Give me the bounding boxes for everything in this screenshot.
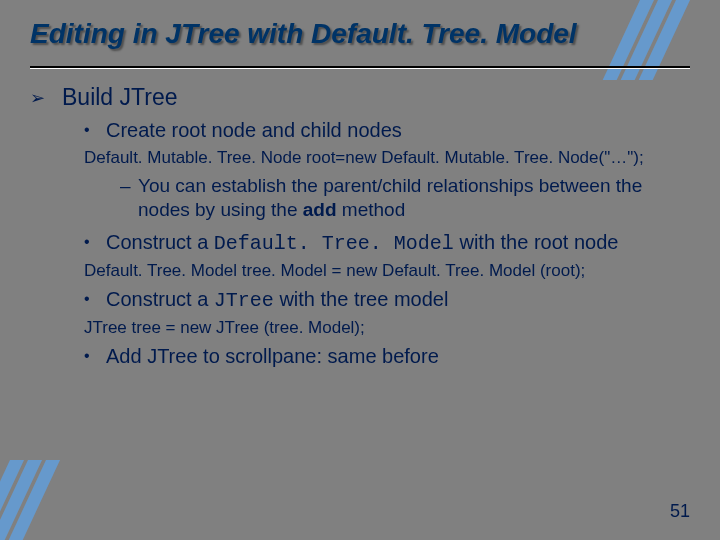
triangle-bullet-icon: ➢ [30,84,62,112]
dot-bullet-icon: • [84,230,106,254]
dot-bullet-icon: • [84,287,106,311]
bullet-text: Build JTree [62,84,690,111]
code-line: JTree tree = new JTree (tree. Model); [84,317,690,338]
bullet-text: You can establish the parent/child relat… [138,174,660,222]
slide-title: Editing in JTree with Default. Tree. Mod… [30,18,690,50]
title-divider [30,66,690,69]
bullet-level2: • Add JTree to scrollpane: same before [84,344,690,369]
code-line: Default. Tree. Model tree. Model = new D… [84,260,690,281]
dash-bullet-icon: – [120,174,138,198]
text-fragment: Construct a [106,288,214,310]
inline-code: JTree [214,289,274,312]
bullet-level3: – You can establish the parent/child rel… [120,174,660,222]
text-fragment: with the tree model [274,288,449,310]
text-fragment: with the root node [454,231,619,253]
bullet-text: Add JTree to scrollpane: same before [106,344,690,369]
dot-bullet-icon: • [84,118,106,142]
code-line: Default. Mutable. Tree. Node root=new De… [84,147,690,168]
bullet-level2: • Construct a JTree with the tree model [84,287,690,313]
bold-text: add [303,199,337,220]
bullet-text: Create root node and child nodes [106,118,690,143]
bullet-level1: ➢ Build JTree [30,84,690,112]
text-fragment: Construct a [106,231,214,253]
bullet-level2: • Construct a Default. Tree. Model with … [84,230,690,256]
bullet-text: Construct a JTree with the tree model [106,287,690,313]
slide-body: ➢ Build JTree • Create root node and chi… [30,84,690,373]
page-number: 51 [670,501,690,522]
text-fragment: method [337,199,406,220]
inline-code: Default. Tree. Model [214,232,454,255]
dot-bullet-icon: • [84,344,106,368]
bullet-level2: • Create root node and child nodes [84,118,690,143]
bullet-text: Construct a Default. Tree. Model with th… [106,230,690,256]
